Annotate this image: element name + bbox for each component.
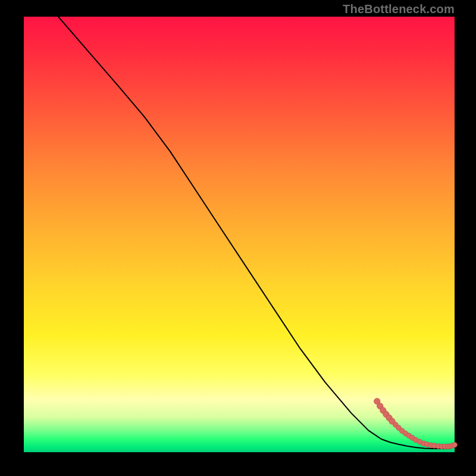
chart-svg bbox=[24, 17, 455, 452]
chart-frame: TheBottleneck.com bbox=[0, 0, 476, 476]
attribution-text: TheBottleneck.com bbox=[343, 2, 455, 16]
plot-area bbox=[24, 17, 455, 452]
bottleneck-curve bbox=[58, 17, 455, 449]
scatter-dot bbox=[452, 442, 458, 447]
